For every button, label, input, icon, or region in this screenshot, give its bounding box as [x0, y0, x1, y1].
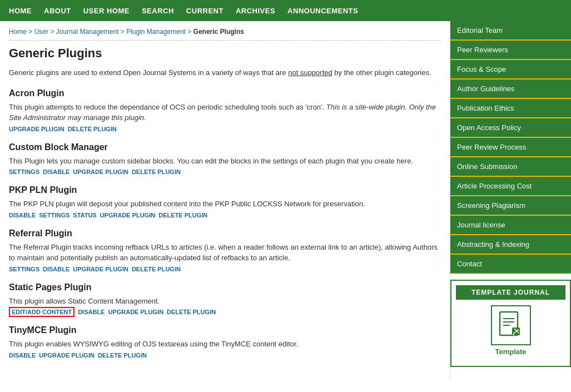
plugin-link-disable[interactable]: DISABLE — [43, 168, 69, 175]
nav-item-announcements[interactable]: ANNOUNCEMENTS — [287, 7, 358, 15]
top-nav: HOMEABOUTUSER HOMESEARCHCURRENTARCHIVESA… — [0, 0, 571, 21]
sidebar-item-peer-reviewers[interactable]: Peer Reviewers — [450, 41, 571, 60]
plugin-desc-2: The PKP PLN plugin will deposit your pub… — [9, 199, 441, 210]
plugin-link-disable[interactable]: DISABLE — [43, 266, 69, 272]
plugin-desc-3: The Referral Plugin tracks incoming refb… — [9, 242, 441, 264]
template-body: Template — [456, 300, 565, 361]
plugin-link-upgrade-plugin[interactable]: UPGRADE PLUGIN — [73, 168, 128, 175]
template-svg-icon — [496, 311, 525, 340]
template-link[interactable]: Template — [491, 305, 531, 356]
plugin-title-2: PKP PLN Plugin — [9, 185, 441, 195]
breadcrumb-home[interactable]: Home — [9, 28, 27, 36]
sidebar-item-screening-plagiarism[interactable]: Screening Plagiarism — [450, 196, 571, 216]
sidebar-item-contact[interactable]: Contact — [450, 255, 571, 274]
nav-item-current[interactable]: CURRENT — [186, 7, 224, 15]
sidebar-item-peer-review-process[interactable]: Peer Review Process — [450, 138, 571, 157]
template-section: TEMPLATE JOURNAL — [450, 280, 571, 367]
plugin-title-3: Referral Plugin — [9, 229, 441, 239]
plugin-link-settings[interactable]: SETTINGS — [9, 168, 39, 175]
plugin-desc-0: This plugin attempts to reduce the depen… — [9, 102, 441, 123]
nav-item-archives[interactable]: ARCHIVES — [236, 7, 275, 15]
template-label: Template — [495, 348, 526, 356]
plugin-desc-1: This Plugin lets you manage custom sideb… — [9, 156, 441, 167]
plugin-desc-4: This plugin allows Static Content Manage… — [9, 296, 441, 307]
plugin-link-upgrade-plugin[interactable]: UPGRADE PLUGIN — [100, 212, 156, 219]
plugin-section-3: Referral PluginThe Referral Plugin track… — [9, 229, 441, 272]
plugin-links-3: SETTINGSDISABLEUPGRADE PLUGINDELETE PLUG… — [9, 266, 441, 272]
sidebar-item-online-submission[interactable]: Online Submission — [450, 157, 571, 177]
sidebar-item-journal-license[interactable]: Journal license — [450, 216, 571, 235]
plugin-links-0: UPGRADE PLUGINDELETE PLUGIN — [9, 126, 441, 132]
template-icon — [491, 305, 531, 345]
plugin-links-4: EDIT/ADD CONTENTDISABLEUPGRADE PLUGINDEL… — [9, 309, 441, 315]
breadcrumb-user[interactable]: User — [34, 28, 48, 36]
plugins-container: Acron PluginThis plugin attempts to redu… — [9, 88, 441, 359]
sidebar: Editorial TeamPeer ReviewersFocus & Scop… — [450, 21, 571, 380]
sidebar-item-abstracting-&-indexing[interactable]: Abstracting & Indexing — [450, 235, 571, 255]
plugin-link-disable[interactable]: DISABLE — [9, 212, 36, 219]
plugin-link-upgrade-plugin[interactable]: UPGRADE PLUGIN — [73, 266, 128, 272]
plugin-link-upgrade-plugin[interactable]: UPGRADE PLUGIN — [108, 309, 163, 315]
plugin-link-delete-plugin[interactable]: DELETE PLUGIN — [132, 266, 181, 272]
nav-item-about[interactable]: ABOUT — [44, 7, 71, 15]
page-title: Generic Plugins — [9, 46, 441, 61]
plugin-section-1: Custom Block ManagerThis Plugin lets you… — [9, 142, 441, 176]
nav-item-home[interactable]: HOME — [9, 7, 32, 15]
breadcrumb-plugin-management[interactable]: Plugin Management — [126, 28, 186, 36]
plugin-link-delete-plugin[interactable]: DELETE PLUGIN — [167, 309, 216, 315]
plugin-link-delete-plugin[interactable]: DELETE PLUGIN — [98, 352, 147, 359]
plugin-section-5: TinyMCE PluginThis plugin enables WYSIWY… — [9, 325, 441, 359]
plugin-link-disable[interactable]: DISABLE — [9, 352, 36, 359]
plugin-link-disable[interactable]: DISABLE — [78, 309, 105, 315]
intro-text: Generic plugins are used to extend Open … — [9, 67, 441, 78]
breadcrumb: Home > User > Journal Management > Plugi… — [9, 28, 441, 41]
plugin-links-5: DISABLEUPGRADE PLUGINDELETE PLUGIN — [9, 352, 441, 359]
plugin-link-delete-plugin[interactable]: DELETE PLUGIN — [132, 168, 181, 175]
page-wrapper: Home > User > Journal Management > Plugi… — [0, 21, 571, 380]
plugin-section-4: Static Pages PluginThis plugin allows St… — [9, 282, 441, 316]
template-header: TEMPLATE JOURNAL — [456, 285, 565, 300]
plugin-link-upgrade-plugin[interactable]: UPGRADE PLUGIN — [9, 126, 64, 132]
plugin-link-upgrade-plugin[interactable]: UPGRADE PLUGIN — [39, 352, 95, 359]
plugin-link-settings[interactable]: SETTINGS — [9, 266, 39, 272]
plugin-link-delete-plugin[interactable]: DELETE PLUGIN — [158, 212, 207, 219]
plugin-link-delete-plugin[interactable]: DELETE PLUGIN — [68, 126, 117, 132]
sidebar-item-article-processing-cost[interactable]: Article Processing Cost — [450, 177, 571, 196]
plugin-desc-5: This plugin enables WYSIWYG editing of O… — [9, 339, 441, 350]
main-content: Home > User > Journal Management > Plugi… — [0, 21, 450, 380]
plugin-title-0: Acron Plugin — [9, 88, 441, 98]
sidebar-item-author-guidelines[interactable]: Author Guidelines — [450, 80, 571, 99]
sidebar-items: Editorial TeamPeer ReviewersFocus & Scop… — [450, 21, 571, 274]
sidebar-item-publication-ethics[interactable]: Publication Ethics — [450, 99, 571, 118]
plugin-title-4: Static Pages Plugin — [9, 282, 441, 292]
nav-item-user-home[interactable]: USER HOME — [83, 7, 130, 15]
plugin-links-1: SETTINGSDISABLEUPGRADE PLUGINDELETE PLUG… — [9, 168, 441, 175]
plugin-title-5: TinyMCE Plugin — [9, 325, 441, 335]
sidebar-item-open-access-policy[interactable]: Open Access Policy — [450, 118, 571, 138]
plugin-link-status[interactable]: STATUS — [73, 212, 96, 219]
breadcrumb-journal-management[interactable]: Journal Management — [56, 28, 119, 36]
plugin-title-1: Custom Block Manager — [9, 142, 441, 152]
plugin-section-2: PKP PLN PluginThe PKP PLN plugin will de… — [9, 185, 441, 219]
breadcrumb-current: Generic Plugins — [193, 28, 244, 36]
plugin-links-2: DISABLESETTINGSSTATUSUPGRADE PLUGINDELET… — [9, 212, 441, 219]
nav-item-search[interactable]: SEARCH — [142, 7, 174, 15]
plugin-link-settings[interactable]: SETTINGS — [39, 212, 69, 219]
plugin-link-edit/add-content[interactable]: EDIT/ADD CONTENT — [9, 307, 75, 317]
plugin-section-0: Acron PluginThis plugin attempts to redu… — [9, 88, 441, 132]
sidebar-item-editorial-team[interactable]: Editorial Team — [450, 21, 571, 41]
sidebar-item-focus-&-scope[interactable]: Focus & Scope — [450, 60, 571, 80]
